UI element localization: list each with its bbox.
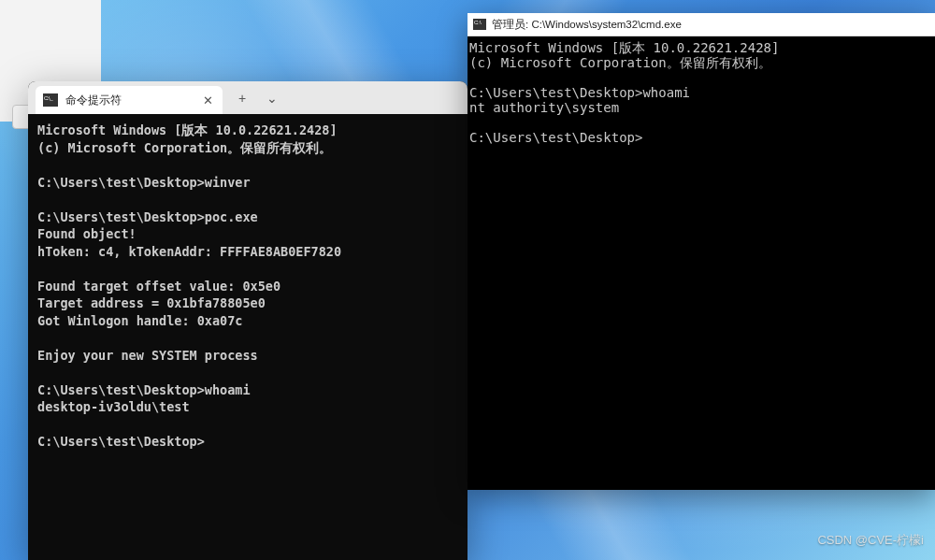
- cmd-icon: [473, 19, 486, 30]
- watermark: CSDN @CVE-柠檬i: [817, 532, 924, 549]
- admin-cmd-window[interactable]: 管理员: C:\Windows\system32\cmd.exe Microso…: [468, 13, 935, 490]
- tab-title: 命令提示符: [65, 93, 193, 108]
- cmd-icon: [43, 93, 58, 107]
- windows-terminal-window[interactable]: 命令提示符 ✕ + ⌄ Microsoft Windows [版本 10.0.2…: [28, 81, 468, 560]
- tab-controls: + ⌄: [223, 81, 292, 114]
- tab-dropdown-button[interactable]: ⌄: [258, 85, 286, 111]
- tab-close-button[interactable]: ✕: [200, 93, 215, 108]
- tab-cmd[interactable]: 命令提示符 ✕: [36, 86, 223, 114]
- terminal-output[interactable]: Microsoft Windows [版本 10.0.22621.2428] (…: [28, 114, 468, 560]
- tab-strip: 命令提示符 ✕ + ⌄: [28, 81, 468, 114]
- cmd-window-title: 管理员: C:\Windows\system32\cmd.exe: [492, 18, 682, 32]
- cmd-titlebar[interactable]: 管理员: C:\Windows\system32\cmd.exe: [468, 13, 935, 36]
- new-tab-button[interactable]: +: [228, 85, 256, 111]
- cmd-output[interactable]: Microsoft Windows [版本 10.0.22621.2428] (…: [468, 36, 935, 490]
